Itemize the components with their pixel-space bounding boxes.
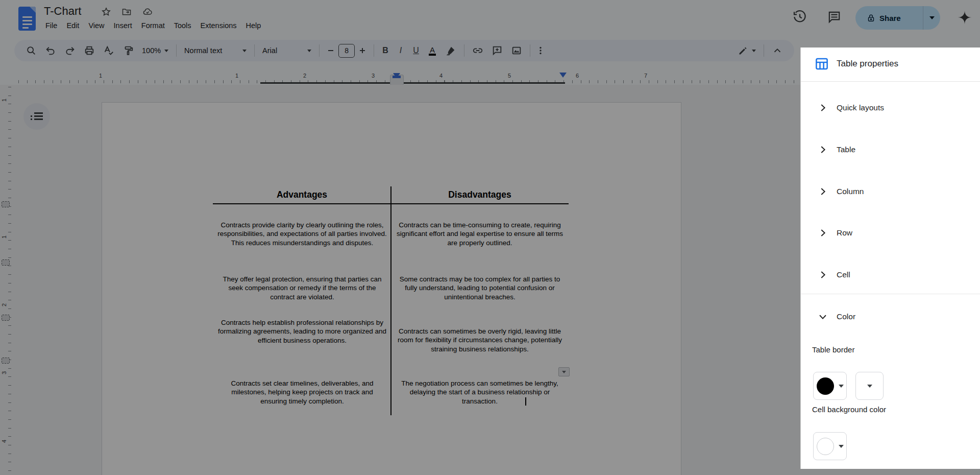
table-border-label: Table border — [812, 345, 854, 354]
table-border-width-button[interactable] — [855, 372, 884, 400]
section-cell[interactable]: Cell — [801, 264, 980, 286]
chevron-down-icon — [817, 311, 828, 322]
chevron-right-icon — [817, 144, 828, 155]
cell-background-label: Cell background color — [812, 405, 886, 414]
section-quick-layouts[interactable]: Quick layouts — [801, 97, 980, 119]
chevron-right-icon — [817, 102, 828, 113]
cell-background-color-button[interactable] — [813, 432, 847, 460]
chevron-down-icon — [839, 385, 844, 388]
chevron-right-icon — [817, 269, 828, 280]
table-properties-panel: Table properties Quick layouts Table Col… — [800, 48, 980, 469]
chevron-down-icon — [839, 445, 844, 448]
table-grid-icon — [814, 56, 829, 72]
google-docs-app: T-Chart File Edit View Insert Format Too… — [0, 0, 980, 475]
chevron-right-icon — [817, 227, 828, 239]
border-color-swatch — [817, 377, 834, 395]
section-row[interactable]: Row — [801, 222, 980, 244]
section-color[interactable]: Color — [801, 305, 980, 328]
chevron-down-icon — [867, 385, 872, 388]
panel-header: Table properties — [801, 48, 980, 82]
chevron-right-icon — [817, 186, 828, 197]
cell-background-swatch — [817, 438, 834, 455]
table-border-color-button[interactable] — [813, 372, 847, 400]
section-table[interactable]: Table — [801, 138, 980, 161]
section-column[interactable]: Column — [801, 180, 980, 203]
panel-title: Table properties — [837, 59, 898, 69]
